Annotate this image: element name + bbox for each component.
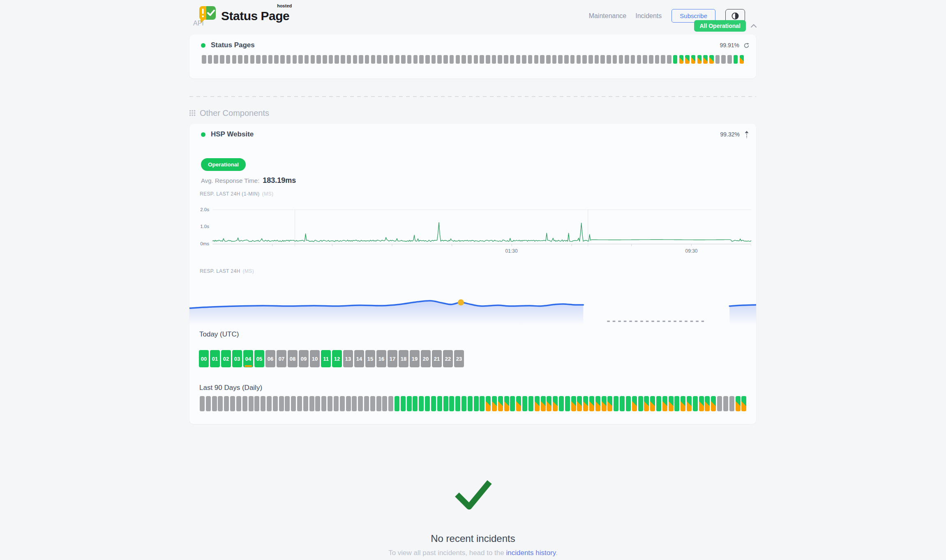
day-bar xyxy=(218,396,223,411)
uptime-bar xyxy=(389,55,394,64)
day-bar xyxy=(662,396,667,411)
uptime-percentage: 99.91% xyxy=(720,42,739,48)
uptime-bar xyxy=(691,55,696,64)
refresh-icon[interactable] xyxy=(743,42,750,48)
day-bar xyxy=(674,396,679,411)
day-bar xyxy=(650,396,655,411)
uptime-bar xyxy=(661,55,665,64)
day-bar xyxy=(516,396,521,411)
hour-marker xyxy=(245,365,252,367)
grid-icon xyxy=(189,110,196,116)
hour-block-02: 02 xyxy=(221,350,231,367)
day-bar xyxy=(285,396,290,411)
hour-block-04: 04 xyxy=(243,350,253,367)
uptime-bar xyxy=(335,55,339,64)
chevron-up-icon[interactable] xyxy=(750,24,757,28)
day-bar xyxy=(486,396,491,411)
day-bar xyxy=(273,396,278,411)
uptime-bar xyxy=(329,55,333,64)
day-bar xyxy=(553,396,558,411)
day-bar xyxy=(407,396,412,411)
uptime-bar xyxy=(323,55,327,64)
uptime-bar xyxy=(486,55,490,64)
uptime-bar xyxy=(347,55,351,64)
day-bar xyxy=(638,396,643,411)
day-bar xyxy=(401,396,406,411)
last90-title: Last 90 Days (Daily) xyxy=(199,384,262,392)
avg-response-label: Avg. Response Time: xyxy=(201,177,259,184)
component-name: Status Pages xyxy=(211,41,255,49)
component-row-status-pages[interactable]: Status Pages 99.91% xyxy=(201,41,750,49)
day-chart-unit: (MS) xyxy=(243,268,254,274)
day-bar xyxy=(595,396,600,411)
day-bar xyxy=(309,396,314,411)
uptime-bar xyxy=(577,55,581,64)
uptime-bar xyxy=(619,55,623,64)
day-bar xyxy=(254,396,259,411)
minute-chart-label-text: RESP. LAST 24H (1-MIN) xyxy=(200,191,260,197)
hour-block-11: 11 xyxy=(321,350,331,367)
day-bar xyxy=(504,396,509,411)
day-chart-label: RESP. LAST 24H (MS) xyxy=(200,268,254,274)
day-chart-label-text: RESP. LAST 24H xyxy=(200,268,240,274)
uptime-bar xyxy=(643,55,647,64)
uptime-bar xyxy=(679,55,684,64)
uptime-bar xyxy=(528,55,533,64)
uptime-bar xyxy=(305,55,309,64)
minute-chart-unit: (MS) xyxy=(262,191,274,197)
subtitle-suffix: . xyxy=(556,549,558,557)
uptime-bar xyxy=(226,55,231,64)
hour-block-20: 20 xyxy=(421,350,431,367)
day-bar xyxy=(303,396,308,411)
day-bar xyxy=(565,396,570,411)
day-bar xyxy=(626,396,631,411)
day-bar xyxy=(449,396,454,411)
nav-link-incidents[interactable]: Incidents xyxy=(635,12,662,20)
day-bar xyxy=(547,396,551,411)
trend-up-icon xyxy=(744,130,750,138)
day-bar xyxy=(242,396,247,411)
day-bar xyxy=(717,396,722,411)
brand-superscript: hosted xyxy=(277,3,292,8)
day-bar xyxy=(267,396,272,411)
uptime-bar xyxy=(232,55,237,64)
hour-block-13: 13 xyxy=(343,350,353,367)
component-name: HSP Website xyxy=(211,130,254,138)
uptime-bar xyxy=(341,55,345,64)
day-bar xyxy=(681,396,685,411)
uptime-bar xyxy=(383,55,388,64)
day-bar xyxy=(492,396,497,411)
overall-status-badge[interactable]: All Operational xyxy=(694,20,746,32)
overall-status-row: All Operational xyxy=(694,20,757,32)
brand[interactable]: hosted Status Page xyxy=(198,5,289,24)
day-bar xyxy=(614,396,618,411)
day-bar xyxy=(364,396,369,411)
day-bar xyxy=(461,396,466,411)
day-bar xyxy=(468,396,473,411)
operational-status-pill: Operational xyxy=(201,158,246,171)
hour-block-21: 21 xyxy=(432,350,442,367)
uptime-bar xyxy=(540,55,545,64)
x-tick-label: 01:30 xyxy=(505,248,518,254)
day-bar xyxy=(711,396,716,411)
day-bar xyxy=(589,396,594,411)
y-tick-label: 0ms xyxy=(189,241,209,246)
minute-chart-xticks: 01:3009:30 xyxy=(212,248,751,256)
uptime-bar xyxy=(371,55,376,64)
y-tick-label: 2.0s xyxy=(189,207,209,212)
hour-blocks: 0001020304050607080910111213141516171819… xyxy=(199,350,464,367)
incidents-history-link[interactable]: incidents history xyxy=(506,549,556,557)
day-bar xyxy=(328,396,332,411)
day-bar xyxy=(687,396,692,411)
uptime-bar xyxy=(637,55,641,64)
nav-link-maintenance[interactable]: Maintenance xyxy=(589,12,627,20)
hour-block-12: 12 xyxy=(332,350,342,367)
day-bar xyxy=(376,396,381,411)
uptime-bar xyxy=(534,55,539,64)
day-bar xyxy=(571,396,576,411)
day-bar xyxy=(693,396,698,411)
uptime-bar xyxy=(480,55,484,64)
component-row-hsp-website[interactable]: HSP Website 99.32% xyxy=(201,130,750,138)
uptime-bar xyxy=(582,55,587,64)
uptime-bar xyxy=(522,55,526,64)
